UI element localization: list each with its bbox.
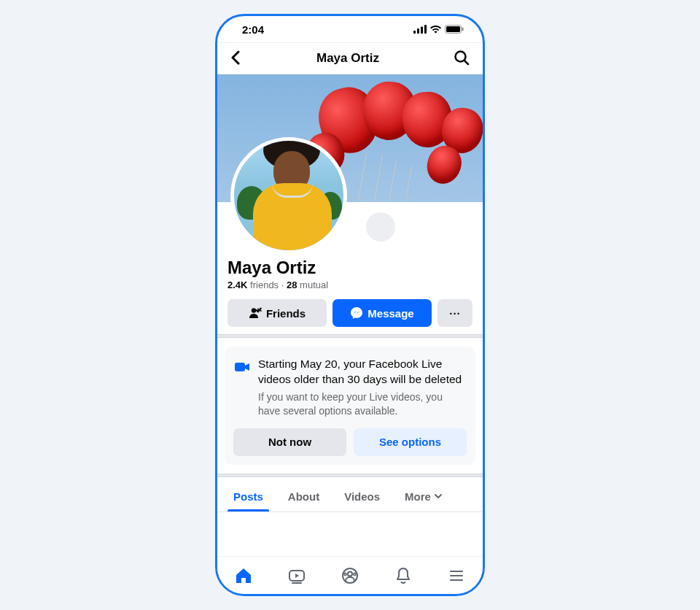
tab-videos[interactable]: Videos <box>338 484 386 511</box>
svg-rect-5 <box>446 26 460 32</box>
notice-head: Starting May 20, your Facebook Live vide… <box>233 357 467 418</box>
svg-point-14 <box>348 571 352 576</box>
nav-home[interactable] <box>234 566 253 585</box>
friends-icon <box>249 307 262 319</box>
message-button-label: Message <box>368 307 413 320</box>
svg-rect-10 <box>235 363 245 371</box>
svg-point-16 <box>354 573 356 575</box>
chevron-left-icon <box>230 50 242 65</box>
profile-sub: 2.4K friends · 28 mutual <box>228 279 472 290</box>
friends-count: 2.4K <box>228 279 247 290</box>
home-icon <box>234 566 253 585</box>
avatar-badge[interactable] <box>363 209 398 244</box>
tabs-divider <box>217 511 483 512</box>
mutual-label: mutual <box>300 279 328 290</box>
battery-icon <box>445 25 464 34</box>
wifi-icon <box>429 25 442 34</box>
svg-rect-0 <box>413 31 416 34</box>
nav-bar: Maya Ortiz <box>217 42 483 74</box>
hamburger-icon <box>447 566 466 585</box>
mutual-count: 28 <box>287 279 297 290</box>
status-bar: 2:04 <box>217 16 483 42</box>
watch-icon <box>287 566 306 585</box>
messenger-icon <box>350 306 363 320</box>
notice-title: Starting May 20, your Facebook Live vide… <box>258 357 467 387</box>
tab-more-label: More <box>405 490 431 503</box>
phone-frame: 2:04 Maya Ortiz <box>215 14 485 596</box>
section-divider <box>217 334 483 338</box>
nav-friends[interactable] <box>341 566 359 585</box>
message-button[interactable]: Message <box>332 299 432 327</box>
see-options-button[interactable]: See options <box>354 428 467 456</box>
action-row: Friends Message ··· <box>228 299 472 327</box>
friends-button[interactable]: Friends <box>228 299 327 327</box>
tab-about[interactable]: About <box>282 484 325 511</box>
chevron-down-icon <box>434 492 443 501</box>
more-button-label: ··· <box>449 307 461 320</box>
sub-sep: · <box>281 279 284 290</box>
svg-rect-6 <box>462 28 464 31</box>
status-time: 2:04 <box>242 23 264 36</box>
notice-body: If you want to keep your Live videos, yo… <box>258 390 467 418</box>
svg-rect-3 <box>424 25 427 34</box>
group-icon <box>341 566 359 585</box>
svg-point-9 <box>252 308 256 312</box>
back-button[interactable] <box>228 47 245 70</box>
nav-menu[interactable] <box>447 566 466 585</box>
search-icon <box>454 50 470 66</box>
nav-title: Maya Ortiz <box>316 51 379 66</box>
cellular-icon <box>413 25 427 34</box>
svg-rect-1 <box>417 28 419 34</box>
profile-tabs: Posts About Videos More <box>217 477 483 511</box>
profile-avatar[interactable] <box>230 137 347 254</box>
cover-wrap <box>217 74 483 202</box>
status-icons <box>413 25 464 34</box>
nav-watch[interactable] <box>287 566 306 585</box>
svg-rect-2 <box>421 27 423 34</box>
svg-point-15 <box>344 573 346 575</box>
live-video-notice: Starting May 20, your Facebook Live vide… <box>225 347 475 465</box>
friends-button-label: Friends <box>266 307 306 320</box>
more-button[interactable]: ··· <box>438 299 472 327</box>
friends-label: friends <box>250 279 279 290</box>
video-camera-icon <box>233 358 251 376</box>
balloon-strings <box>373 155 383 202</box>
svg-line-8 <box>464 61 468 64</box>
search-button[interactable] <box>451 47 472 71</box>
tab-posts[interactable]: Posts <box>228 484 269 511</box>
bell-icon <box>394 566 413 585</box>
profile-name: Maya Ortiz <box>228 258 472 278</box>
bottom-nav <box>217 556 483 594</box>
not-now-button[interactable]: Not now <box>233 428 346 456</box>
nav-notifications[interactable] <box>394 566 413 585</box>
profile-scroll[interactable]: Maya Ortiz 2.4K friends · 28 mutual Frie… <box>217 74 483 556</box>
notice-actions: Not now See options <box>233 428 467 456</box>
tab-more[interactable]: More <box>399 484 448 511</box>
